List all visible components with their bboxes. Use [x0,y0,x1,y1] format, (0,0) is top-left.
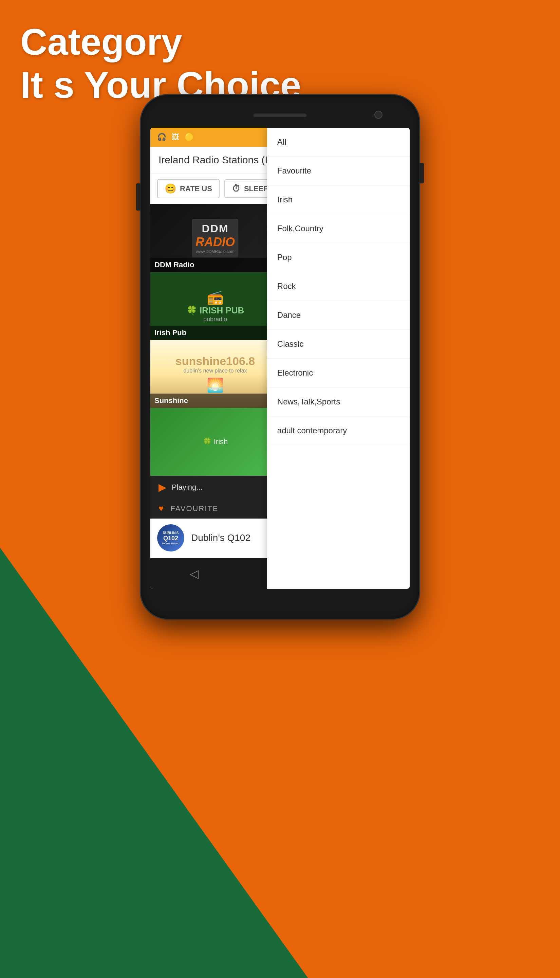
phone-bottom [150,592,410,609]
dropdown-item-pop[interactable]: Pop [267,243,410,272]
dropdown-item-classic[interactable]: Classic [267,330,410,359]
headline-line1: Category [20,20,301,63]
ddm-radio-text: RADIO [195,235,235,249]
station-card-sunshine[interactable]: sunshine106.8 dublin's new place to rela… [150,340,280,408]
dropdown-item-irish[interactable]: Irish [267,185,410,214]
headline: Category It s Your Choice [20,20,301,106]
dropdown-item-all[interactable]: All [267,128,410,157]
rate-us-label: RATE US [180,184,212,193]
rate-us-button[interactable]: 😊 RATE US [157,179,220,198]
dot-icon: 🟡 [185,133,194,142]
category-dropdown[interactable]: All Favourite Irish Folk,Country Pop Roc… [267,128,410,589]
phone-screen: 🎧 🖼 🟡 ▾ ✕📶 80% 🔋 1:06 Ireland Radio Stat… [150,128,410,589]
favourite-label[interactable]: FAVOURITE [170,504,218,513]
heart-icon: ♥ [158,503,163,514]
ddm-text: DDM [195,222,235,235]
timer-icon: ⏱ [232,184,241,194]
sunshine-logo: sunshine106.8 dublin's new place to rela… [175,354,255,393]
dropdown-item-electronic[interactable]: Electronic [267,359,410,387]
ddm-sub: www.DDMRadio.com [195,249,235,254]
phone-outer: 🎧 🖼 🟡 ▾ ✕📶 80% 🔋 1:06 Ireland Radio Stat… [141,95,419,619]
phone-top-bar [150,105,410,125]
dropdown-item-rock[interactable]: Rock [267,272,410,301]
smiley-icon: 😊 [165,183,177,194]
station-card-irish-pub[interactable]: 📻 🍀 IRISH PUB pubradio Irish Pub [150,272,280,340]
dropdown-item-favourite[interactable]: Favourite [267,157,410,185]
volume-button[interactable] [136,184,141,210]
station-card-partial-left[interactable]: 🍀 Irish [150,408,280,476]
sunshine-label: Sunshine [150,394,280,408]
phone-speaker [253,112,307,117]
dropdown-item-news-talk-sports[interactable]: News,Talk,Sports [267,387,410,416]
phone-camera [374,111,382,119]
phone: 🎧 🖼 🟡 ▾ ✕📶 80% 🔋 1:06 Ireland Radio Stat… [141,95,419,619]
dropdown-item-folk-country[interactable]: Folk,Country [267,214,410,243]
dropdown-item-adult-contemporary[interactable]: adult contemporary [267,416,410,445]
playing-text: Playing... [172,483,203,492]
dropdown-item-dance[interactable]: Dance [267,301,410,330]
station-bg-partial-left: 🍀 Irish [150,408,280,476]
irish-pub-logo: 📻 🍀 IRISH PUB pubradio [186,289,244,323]
play-icon[interactable]: ▶ [158,481,166,493]
now-playing-title: Dublin's Q102 [191,532,250,543]
irish-pub-label: Irish Pub [150,325,280,340]
ddm-logo: DDM RADIO www.DDMRadio.com [192,219,238,257]
now-playing-logo: DUBLIN'S Q102 MORE MUSIC [157,524,184,551]
back-button[interactable]: ◁ [190,567,198,580]
station-card-ddm[interactable]: DDM RADIO www.DDMRadio.com DDM Radio [150,204,280,272]
app-title: Ireland Radio Stations (Lite) [158,154,285,165]
status-icons: 🎧 🖼 🟡 [157,133,194,142]
headphone-icon: 🎧 [157,133,166,142]
image-icon: 🖼 [172,133,179,142]
ddm-label: DDM Radio [150,258,280,272]
power-button[interactable] [419,163,424,184]
